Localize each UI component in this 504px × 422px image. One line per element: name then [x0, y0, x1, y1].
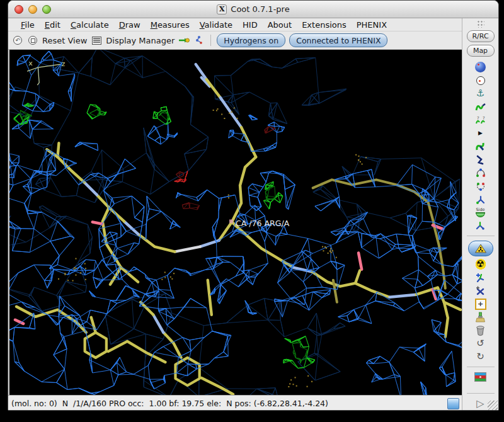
menu-hid[interactable]: HID: [238, 20, 263, 30]
run-button[interactable]: ▷: [473, 397, 488, 410]
go-to-ligand-button[interactable]: [178, 35, 190, 46]
menu-measures[interactable]: Measures: [146, 20, 195, 30]
add-terminal-icon: [475, 272, 486, 283]
refinement-mode-button[interactable]: [468, 241, 493, 256]
menu-about[interactable]: About: [263, 20, 297, 30]
real-space-refine-button[interactable]: [473, 100, 488, 113]
statusbar-blue-indicator[interactable]: [447, 398, 459, 409]
svg-text:?: ?: [477, 116, 479, 121]
panel-separator: [467, 367, 495, 367]
mutate-brush-button[interactable]: [473, 311, 488, 324]
panel-bottom-block: ▷: [462, 390, 498, 411]
record-dot-icon: [28, 36, 37, 45]
right-toolbar-panel: R/RC Map ⚓ ? ?: [462, 18, 498, 411]
axis-x-label: x: [28, 59, 33, 67]
add-residue-button[interactable]: +: [473, 297, 488, 311]
delete-item-button[interactable]: [473, 324, 488, 337]
record-view-button[interactable]: [27, 35, 38, 46]
rotamer-ribbon-icon: [475, 141, 486, 152]
jed-flip-icon: [475, 221, 486, 231]
graphics-canvas[interactable]: x z CA /76 ARG/A: [8, 50, 462, 395]
redo-icon: ↻: [476, 352, 484, 362]
rrc-button[interactable]: R/RC: [467, 30, 495, 42]
flip-sidechain-button[interactable]: [473, 193, 488, 206]
jed-flip-button[interactable]: [473, 219, 488, 232]
recenter-button[interactable]: [473, 74, 488, 87]
back-arrow-icon: ↶: [13, 36, 22, 45]
menu-phenix[interactable]: PHENIX: [352, 20, 392, 30]
rotate-zone-icon: [475, 181, 486, 192]
radiation-button[interactable]: ☢: [473, 258, 488, 271]
display-manager-label-button[interactable]: Display Manager: [106, 36, 175, 45]
edit-chi-angles-button[interactable]: [473, 153, 488, 166]
undo-button[interactable]: ↺: [473, 337, 488, 350]
phenix-connection-button[interactable]: Connected to PHENIX: [289, 33, 387, 47]
model-tools-stack: ⚓ ? ? ▶: [462, 60, 498, 384]
layers-icon: [92, 37, 101, 45]
refine-squiggle-icon: [475, 101, 486, 113]
statusbar: (mol. no: 0) N /1/A/160 PRO occ: 1.00 bf…: [8, 395, 462, 411]
atom-label: CA /76 ARG/A: [236, 219, 290, 228]
back-view-button[interactable]: ↶: [12, 35, 23, 46]
side-180-icon: Side: [476, 208, 485, 217]
scene-svg: x z CA /76 ARG/A: [9, 50, 462, 395]
menu-edit[interactable]: Edit: [40, 20, 66, 30]
window-resize-grip[interactable]: [488, 401, 498, 411]
status-text: (mol. no: 0) N /1/A/160 PRO occ: 1.00 bf…: [11, 399, 447, 408]
redo-button[interactable]: ↻: [473, 350, 488, 363]
chi-zigzag-icon: [476, 155, 486, 165]
coot-window: X Coot 0.7.1-pre File Edit Calculate Dra…: [8, 0, 499, 411]
menu-validate[interactable]: Validate: [195, 20, 238, 30]
fragments-question-icon: ? ?: [475, 115, 486, 125]
reset-view-button[interactable]: Reset View: [42, 36, 87, 45]
menu-draw[interactable]: Draw: [114, 20, 146, 30]
window-title: Coot 0.7.1-pre: [231, 4, 289, 14]
add-alt-conf-icon: [475, 285, 486, 296]
auto-fit-rotamer-button[interactable]: [473, 140, 488, 153]
display-manager-button[interactable]: [91, 35, 102, 46]
menu-extensions[interactable]: Extensions: [297, 20, 352, 30]
hydrogens-toggle-button[interactable]: Hydrogens on: [217, 33, 285, 47]
globe-icon: [475, 62, 486, 72]
menu-calculate[interactable]: Calculate: [66, 20, 114, 30]
expand-tools-button[interactable]: ▶: [473, 127, 488, 140]
green-arrow-icon: [178, 36, 190, 45]
recenter-icon: [476, 76, 485, 85]
traffic-lights: [14, 1, 51, 18]
plus-box-icon: +: [475, 299, 486, 310]
svg-text:?: ?: [483, 116, 485, 121]
window-title-wrap: X Coot 0.7.1-pre: [217, 4, 289, 14]
axis-z-label: z: [61, 60, 65, 68]
add-alt-conf-button[interactable]: [473, 284, 488, 297]
hazard-triangle-icon: [474, 243, 487, 254]
view-sphere-button[interactable]: [473, 60, 488, 74]
play-small-icon: ▶: [478, 130, 483, 136]
panel-separator: [467, 393, 495, 394]
map-button[interactable]: Map: [467, 45, 495, 57]
menu-file[interactable]: File: [16, 20, 40, 30]
close-button[interactable]: [14, 5, 23, 14]
flip-molecule-icon: [475, 195, 486, 205]
zoom-button[interactable]: [42, 5, 51, 14]
molecule-picker-button[interactable]: [193, 35, 205, 46]
anchor-button[interactable]: ⚓: [473, 87, 488, 100]
anchor-icon: ⚓: [476, 89, 484, 98]
minimize-button[interactable]: [28, 5, 37, 14]
toolbar: ↶ Reset View Display Manager: [8, 31, 462, 50]
brush-icon: [475, 312, 486, 323]
flag-button[interactable]: [473, 370, 488, 384]
play-outline-icon: ▷: [476, 399, 484, 409]
side-chain-180-button[interactable]: Side: [473, 206, 488, 219]
add-terminal-residue-button[interactable]: [473, 271, 488, 284]
panel-separator: [467, 236, 495, 236]
titlebar[interactable]: X Coot 0.7.1-pre: [8, 1, 498, 18]
rotate-zone-button[interactable]: [473, 180, 488, 193]
toolbar-separator: [210, 35, 211, 46]
molecule-icon: [194, 35, 204, 45]
rotamers-button[interactable]: ? ?: [473, 113, 488, 127]
panel-grip-handle[interactable]: [477, 20, 484, 28]
rotate-translate-button[interactable]: [473, 166, 488, 180]
undo-icon: ↺: [476, 339, 484, 348]
flag-icon: [474, 372, 486, 382]
trash-icon: [475, 325, 486, 336]
